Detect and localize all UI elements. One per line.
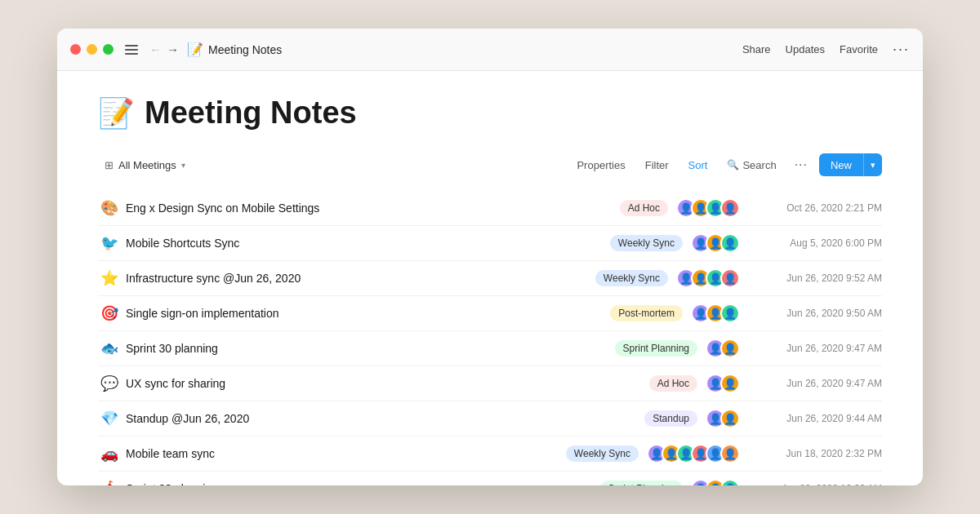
search-button[interactable]: 🔍 Search — [720, 155, 782, 175]
row-date: Jun 26, 2020 9:47 AM — [751, 378, 882, 389]
view-label: All Meetings — [118, 159, 176, 171]
row-title: UX sync for sharing — [126, 377, 649, 390]
table-row[interactable]: 💎Standup @Jun 26, 2020Standup👤👤Jun 26, 2… — [98, 401, 882, 436]
meetings-table: 🎨Eng x Design Sync on Mobile SettingsAd … — [98, 191, 882, 485]
updates-button[interactable]: Updates — [786, 43, 825, 55]
nav-arrows: ← → — [149, 42, 179, 56]
properties-button[interactable]: Properties — [570, 155, 631, 175]
row-tag: Sprint Planning — [600, 481, 683, 485]
search-icon: 🔍 — [727, 159, 739, 171]
table-row[interactable]: 🐟Sprint 30 planningSprint Planning👤👤Jun … — [98, 331, 882, 366]
row-date: Jun 18, 2020 2:32 PM — [751, 448, 882, 459]
avatar: 👤 — [720, 268, 740, 288]
row-emoji: 💎 — [98, 410, 121, 428]
row-title: Infrastructure sync @Jun 26, 2020 — [126, 272, 595, 285]
minimize-button[interactable] — [87, 44, 97, 55]
row-date: Aug 5, 2020 6:00 PM — [751, 237, 882, 249]
row-avatars: 👤👤👤 — [691, 479, 740, 485]
avatar: 👤 — [720, 374, 740, 393]
avatar: 👤 — [720, 444, 740, 463]
row-emoji: 🎨 — [98, 199, 121, 217]
row-title: Single sign-on implementation — [126, 307, 610, 320]
row-emoji: 🐦 — [98, 234, 121, 252]
forward-arrow-icon[interactable]: → — [167, 42, 179, 56]
row-tag: Weekly Sync — [610, 235, 683, 251]
row-title: Mobile team sync — [126, 447, 566, 460]
traffic-lights — [70, 44, 114, 55]
new-button-label: New — [819, 154, 863, 176]
row-tag: Post-mortem — [610, 305, 683, 321]
row-emoji: ⭐ — [98, 269, 121, 287]
table-row[interactable]: 🚗Mobile team syncWeekly Sync👤👤👤👤👤👤Jun 18… — [98, 436, 882, 472]
content-area: 📝 Meeting Notes ⊞ All Meetings ▾ Propert… — [57, 71, 923, 485]
avatar: 👤 — [720, 198, 740, 218]
row-emoji: 🎪 — [98, 480, 121, 485]
row-tag: Ad Hoc — [620, 200, 668, 216]
table-row[interactable]: 🎪Sprint 28 planningSprint Planning👤👤👤Apr… — [98, 472, 882, 485]
row-avatars: 👤👤 — [706, 409, 740, 428]
row-avatars: 👤👤👤👤👤👤 — [647, 444, 740, 463]
row-tag: Standup — [644, 410, 697, 427]
table-row[interactable]: 🎨Eng x Design Sync on Mobile SettingsAd … — [98, 191, 882, 226]
row-avatars: 👤👤👤👤 — [676, 198, 740, 218]
page-emoji: 📝 — [98, 96, 135, 131]
window-title: Meeting Notes — [208, 43, 742, 56]
close-button[interactable] — [70, 44, 81, 55]
more-options-icon[interactable]: ··· — [893, 41, 910, 58]
titlebar-actions: Share Updates Favorite ··· — [742, 41, 910, 58]
share-button[interactable]: Share — [742, 43, 771, 55]
chevron-down-icon: ▾ — [181, 161, 185, 170]
row-emoji: 🚗 — [98, 445, 121, 463]
row-avatars: 👤👤👤👤 — [676, 268, 740, 288]
row-date: Jun 26, 2020 9:47 AM — [751, 343, 882, 354]
table-view-icon: ⊞ — [105, 159, 114, 171]
row-emoji: 💬 — [98, 374, 121, 392]
row-title: Mobile Shortcuts Sync — [126, 237, 610, 250]
titlebar: ← → 📝 Meeting Notes Share Updates Favori… — [57, 29, 923, 71]
new-btn-caret-icon[interactable]: ▾ — [864, 155, 882, 175]
row-date: Apr 30, 2020 12:33 AM — [751, 483, 882, 485]
row-emoji: 🐟 — [98, 339, 121, 357]
row-tag: Weekly Sync — [566, 445, 639, 462]
avatar: 👤 — [720, 339, 740, 358]
row-title: Sprint 28 planning — [126, 482, 600, 485]
avatar: 👤 — [720, 304, 740, 323]
more-options-button[interactable]: ··· — [790, 153, 813, 176]
table-row[interactable]: 🐦Mobile Shortcuts SyncWeekly Sync👤👤👤Aug … — [98, 226, 882, 261]
back-arrow-icon[interactable]: ← — [149, 42, 162, 56]
row-avatars: 👤👤 — [706, 374, 740, 393]
favorite-button[interactable]: Favorite — [840, 43, 878, 55]
avatar: 👤 — [720, 479, 740, 485]
view-selector[interactable]: ⊞ All Meetings ▾ — [98, 156, 192, 175]
row-date: Jun 26, 2020 9:44 AM — [751, 413, 882, 424]
table-row[interactable]: 💬UX sync for sharingAd Hoc👤👤Jun 26, 2020… — [98, 366, 882, 401]
row-date: Oct 26, 2020 2:21 PM — [751, 202, 882, 214]
page-header: 📝 Meeting Notes — [98, 95, 882, 131]
row-date: Jun 26, 2020 9:50 AM — [751, 308, 882, 319]
app-window: ← → 📝 Meeting Notes Share Updates Favori… — [57, 29, 923, 485]
row-tag: Ad Hoc — [649, 375, 697, 392]
menu-icon[interactable] — [125, 45, 138, 55]
search-label: Search — [742, 159, 776, 171]
toolbar: ⊞ All Meetings ▾ Properties Filter Sort … — [98, 153, 882, 176]
row-title: Standup @Jun 26, 2020 — [126, 412, 644, 425]
row-avatars: 👤👤👤 — [691, 304, 740, 323]
row-avatars: 👤👤 — [706, 339, 740, 358]
row-tag: Weekly Sync — [595, 270, 668, 286]
row-emoji: 🎯 — [98, 304, 121, 322]
sort-button[interactable]: Sort — [682, 155, 715, 175]
row-title: Sprint 30 planning — [126, 342, 615, 355]
page-icon: 📝 — [187, 42, 203, 57]
row-date: Jun 26, 2020 9:52 AM — [751, 273, 882, 284]
table-row[interactable]: 🎯Single sign-on implementationPost-morte… — [98, 296, 882, 331]
avatar: 👤 — [720, 409, 740, 428]
row-title: Eng x Design Sync on Mobile Settings — [126, 202, 620, 215]
row-avatars: 👤👤👤 — [691, 233, 740, 253]
table-row[interactable]: ⭐Infrastructure sync @Jun 26, 2020Weekly… — [98, 261, 882, 296]
maximize-button[interactable] — [103, 44, 114, 55]
page-title: Meeting Notes — [145, 95, 357, 131]
row-tag: Sprint Planning — [615, 340, 697, 357]
new-button[interactable]: New ▾ — [819, 153, 882, 176]
avatar: 👤 — [720, 233, 740, 253]
filter-button[interactable]: Filter — [639, 155, 675, 175]
